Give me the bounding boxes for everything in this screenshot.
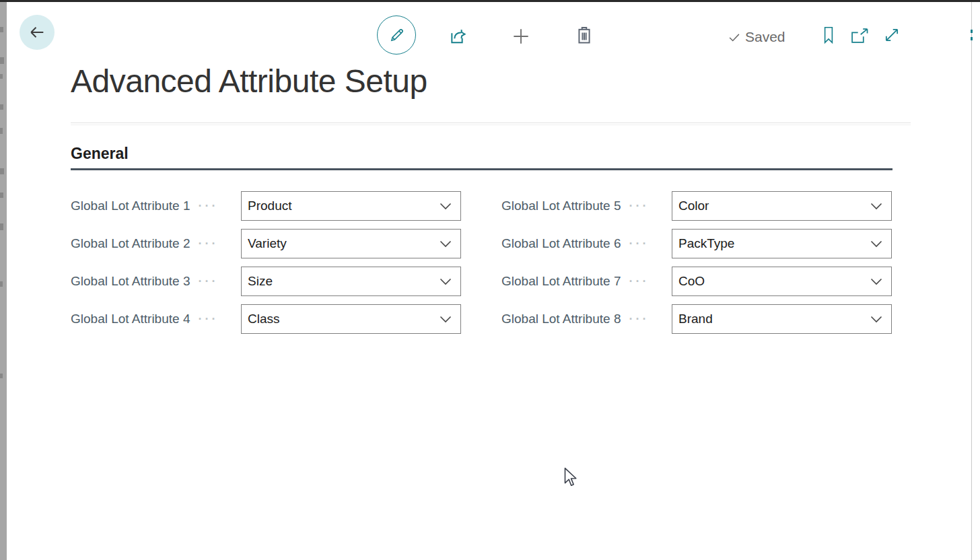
window-top-edge (0, 0, 980, 2)
field-dots: ··· (198, 237, 218, 251)
edit-pencil-icon (388, 26, 406, 44)
edge-fragment (0, 128, 3, 134)
edge-fragment (0, 193, 3, 198)
edge-fragment (0, 168, 4, 174)
field-row-global-lot-attribute-1: Global Lot Attribute 1 ··· Product (71, 191, 461, 221)
field-label-wrap: Global Lot Attribute 3 ··· (71, 274, 241, 289)
global-lot-attribute-8-dropdown[interactable]: Brand (672, 304, 892, 334)
global-lot-attribute-3-dropdown[interactable]: Size (241, 267, 461, 296)
general-fields-grid: Global Lot Attribute 1 ··· Product Globa… (71, 191, 892, 342)
chevron-down-icon[interactable] (440, 203, 452, 210)
global-lot-attribute-2-dropdown[interactable]: Variety (241, 229, 461, 258)
dropdown-value: Class (248, 312, 440, 326)
edge-fragment (971, 30, 973, 33)
back-button[interactable] (20, 15, 55, 50)
dropdown-value: Brand (678, 312, 870, 326)
chevron-down-icon[interactable] (440, 316, 452, 323)
field-row-global-lot-attribute-4: Global Lot Attribute 4 ··· Class (71, 304, 461, 334)
field-dots: ··· (629, 199, 649, 213)
field-dots: ··· (629, 312, 649, 326)
dimmed-page-edge (0, 0, 7, 560)
trash-delete-icon (573, 24, 595, 47)
chevron-down-icon[interactable] (870, 316, 882, 323)
edge-fragment (0, 223, 3, 230)
page-right-margin (972, 2, 980, 560)
chevron-down-icon[interactable] (440, 278, 452, 285)
field-row-global-lot-attribute-6: Global Lot Attribute 6 ··· PackType (501, 229, 892, 258)
field-label-wrap: Global Lot Attribute 1 ··· (71, 199, 241, 213)
autosave-status: Saved (727, 28, 785, 46)
field-label: Global Lot Attribute 5 (501, 199, 621, 213)
edge-fragment (0, 74, 3, 79)
plus-new-icon (510, 26, 532, 47)
edge-fragment (0, 281, 3, 287)
chevron-down-icon[interactable] (870, 278, 882, 285)
field-dots: ··· (198, 275, 218, 289)
chevron-down-icon[interactable] (870, 240, 882, 248)
field-label: Global Lot Attribute 3 (71, 274, 190, 289)
chevron-down-icon[interactable] (440, 240, 452, 248)
field-label: Global Lot Attribute 8 (501, 312, 621, 326)
global-lot-attribute-1-dropdown[interactable]: Product (241, 191, 461, 221)
saved-label: Saved (745, 29, 785, 45)
edge-fragment (0, 374, 3, 378)
field-label-wrap: Global Lot Attribute 6 ··· (501, 236, 672, 251)
global-lot-attribute-5-dropdown[interactable]: Color (672, 191, 892, 221)
global-lot-attribute-7-dropdown[interactable]: CoO (672, 267, 892, 296)
title-divider (71, 123, 911, 125)
share-button[interactable] (446, 24, 470, 48)
field-label: Global Lot Attribute 4 (71, 312, 190, 326)
dropdown-value: Variety (248, 236, 440, 251)
dropdown-value: PackType (678, 236, 870, 251)
section-heading-general[interactable]: General (71, 145, 129, 163)
open-in-new-window-button[interactable] (849, 26, 870, 45)
bookmark-button[interactable] (820, 25, 837, 45)
field-row-global-lot-attribute-8: Global Lot Attribute 8 ··· Brand (501, 304, 892, 334)
page-right-border (971, 2, 972, 560)
field-row-global-lot-attribute-3: Global Lot Attribute 3 ··· Size (71, 267, 461, 296)
back-arrow-icon (28, 23, 46, 42)
dropdown-value: Size (248, 274, 440, 289)
share-icon (447, 26, 468, 47)
field-dots: ··· (198, 312, 218, 326)
expand-button[interactable] (882, 25, 902, 45)
bookmark-icon (821, 26, 836, 44)
screen: Saved (0, 0, 980, 560)
advanced-attribute-setup-page: Saved (7, 2, 971, 560)
global-lot-attribute-4-dropdown[interactable]: Class (241, 304, 461, 334)
field-label-wrap: Global Lot Attribute 8 ··· (501, 312, 672, 326)
edit-button[interactable] (377, 15, 416, 55)
fields-column-left: Global Lot Attribute 1 ··· Product Globa… (71, 191, 461, 342)
field-label-wrap: Global Lot Attribute 4 ··· (71, 312, 241, 326)
new-button[interactable] (509, 24, 533, 48)
field-dots: ··· (198, 199, 218, 213)
field-label: Global Lot Attribute 2 (71, 236, 190, 251)
edge-fragment (971, 37, 973, 40)
field-row-global-lot-attribute-7: Global Lot Attribute 7 ··· CoO (501, 267, 892, 296)
page-title: Advanced Attribute Setup (71, 63, 427, 100)
dropdown-value: CoO (678, 274, 870, 289)
checkmark-icon (727, 30, 742, 44)
dropdown-value: Product (248, 199, 440, 213)
open-in-new-window-icon (849, 27, 870, 44)
edge-fragment (0, 104, 3, 110)
delete-button[interactable] (572, 23, 596, 48)
expand-icon (882, 26, 901, 44)
edge-fragment (0, 57, 4, 64)
global-lot-attribute-6-dropdown[interactable]: PackType (672, 229, 892, 258)
dropdown-value: Color (678, 199, 870, 213)
field-label: Global Lot Attribute 7 (501, 274, 621, 289)
field-label-wrap: Global Lot Attribute 5 ··· (501, 199, 672, 213)
edge-fragment (0, 27, 3, 32)
field-label-wrap: Global Lot Attribute 7 ··· (501, 274, 672, 289)
section-underline (71, 168, 893, 170)
field-label: Global Lot Attribute 1 (71, 199, 190, 213)
field-row-global-lot-attribute-2: Global Lot Attribute 2 ··· Variety (71, 229, 461, 258)
field-label-wrap: Global Lot Attribute 2 ··· (71, 236, 241, 251)
field-dots: ··· (629, 275, 649, 289)
field-dots: ··· (629, 237, 649, 251)
chevron-down-icon[interactable] (870, 203, 882, 210)
field-row-global-lot-attribute-5: Global Lot Attribute 5 ··· Color (501, 191, 892, 221)
mouse-cursor (563, 467, 578, 490)
field-label: Global Lot Attribute 6 (501, 236, 621, 251)
